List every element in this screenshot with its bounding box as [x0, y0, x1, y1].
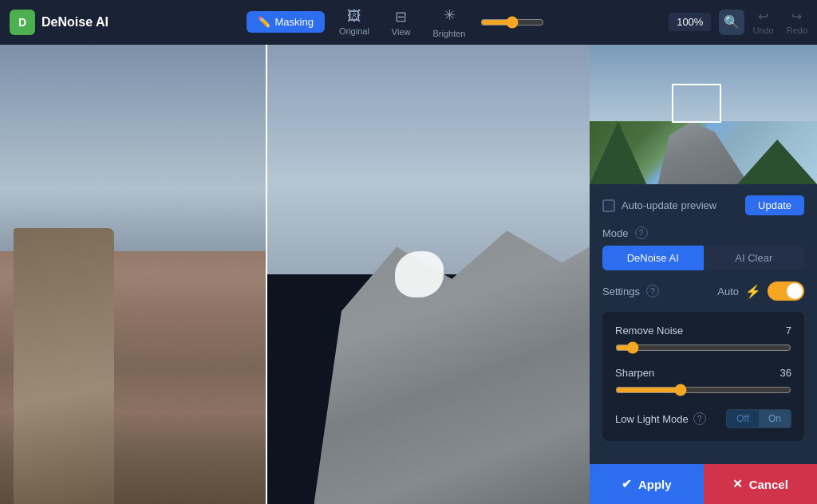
low-light-left: Low Light Mode ?: [615, 412, 706, 425]
mode-label: Mode: [602, 227, 629, 239]
mode-help-icon[interactable]: ?: [635, 226, 648, 239]
settings-row: Settings ? Auto ⚡: [602, 282, 804, 301]
masking-button[interactable]: ✏️ Masking: [247, 11, 325, 33]
cancel-x-icon: ✕: [732, 477, 743, 491]
apply-check-icon: ✔: [622, 477, 632, 491]
action-buttons: ✔ Apply ✕ Cancel: [590, 464, 817, 504]
low-light-row: Low Light Mode ? Off On: [615, 409, 791, 428]
ai-clear-mode-button[interactable]: AI Clear: [704, 246, 805, 270]
cancel-button[interactable]: ✕ Cancel: [704, 464, 818, 504]
mode-buttons: DeNoise AI AI Clear: [602, 246, 804, 270]
header-center: ✏️ Masking 🖼 Original ⊟ View ✳ Brighten: [131, 3, 659, 41]
low-light-help-icon[interactable]: ?: [693, 412, 706, 425]
remove-noise-slider[interactable]: [615, 341, 791, 354]
denoised-panel: [266, 45, 590, 504]
sliders-section: Remove Noise 7 Sharpen 36 Low: [602, 312, 804, 441]
low-light-toggle: Off On: [726, 409, 791, 428]
original-panel: [0, 45, 266, 504]
settings-label: Settings: [602, 285, 640, 297]
undo-icon: ↩: [758, 9, 768, 24]
view-icon: ⊟: [395, 8, 407, 26]
mountain-snow: [395, 251, 444, 297]
auto-update-row: Auto-update preview Update: [602, 195, 804, 215]
mode-row: Mode ?: [602, 226, 804, 239]
preview-trees-left: [590, 121, 646, 184]
masking-icon: ✏️: [258, 16, 270, 28]
lightning-icon: ⚡: [745, 284, 761, 299]
preview-focus-box: [672, 84, 722, 123]
redo-button[interactable]: ↪ Redo: [787, 9, 807, 35]
sharpen-slider[interactable]: [615, 384, 791, 396]
header-right: 100% 🔍 ↩ Undo ↪ Redo: [669, 9, 807, 35]
redo-icon: ↪: [791, 9, 802, 24]
sky-right: [266, 45, 590, 274]
remove-noise-value: 7: [786, 325, 791, 337]
auto-label: Auto: [717, 285, 739, 297]
auto-update-label: Auto-update preview: [622, 199, 716, 211]
view-tool[interactable]: ⊟ View: [384, 5, 419, 40]
sidebar: Auto-update preview Update Mode ? DeNois…: [590, 45, 817, 504]
low-light-off-button[interactable]: Off: [727, 410, 759, 427]
main-content: Auto-update preview Update Mode ? DeNois…: [0, 45, 817, 504]
controls-panel: Auto-update preview Update Mode ? DeNois…: [590, 184, 817, 452]
update-button[interactable]: Update: [745, 195, 804, 215]
brighten-tool[interactable]: ✳ Brighten: [425, 3, 474, 41]
sharpen-header: Sharpen 36: [615, 367, 791, 379]
undo-button[interactable]: ↩ Undo: [752, 9, 773, 35]
auto-update-checkbox[interactable]: [602, 199, 615, 212]
header: D DeNoise AI ✏️ Masking 🖼 Original ⊟ Vie…: [0, 0, 817, 45]
split-divider: [266, 45, 267, 504]
sharpen-row: Sharpen 36: [615, 367, 791, 396]
logo-area: D DeNoise AI: [10, 10, 109, 35]
auto-update-left: Auto-update preview: [602, 199, 716, 212]
original-icon: 🖼: [347, 8, 361, 25]
settings-left: Settings ?: [602, 285, 659, 297]
low-light-label: Low Light Mode: [615, 413, 689, 425]
remove-noise-row: Remove Noise 7: [615, 325, 791, 354]
brighten-icon: ✳: [444, 6, 456, 24]
settings-right: Auto ⚡: [717, 282, 804, 301]
settings-help-icon[interactable]: ?: [646, 285, 659, 297]
apply-button[interactable]: ✔ Apply: [590, 464, 704, 504]
remove-noise-label: Remove Noise: [615, 325, 683, 337]
sharpen-label: Sharpen: [615, 367, 654, 379]
preview-trees-right: [737, 128, 817, 184]
canvas-area[interactable]: [0, 45, 590, 504]
app-name: DeNoise AI: [41, 15, 109, 30]
preview-mountain: [635, 115, 749, 185]
denoise-ai-mode-button[interactable]: DeNoise AI: [602, 246, 704, 270]
low-light-on-button[interactable]: On: [759, 410, 791, 427]
sharpen-value: 36: [780, 367, 791, 379]
mode-section: Mode ? DeNoise AI AI Clear: [602, 226, 804, 270]
noise-overlay: [0, 45, 266, 504]
app-logo-icon: D: [10, 10, 35, 35]
remove-noise-header: Remove Noise 7: [615, 325, 791, 337]
undo-redo-group: ↩ Undo ↪ Redo: [752, 9, 807, 35]
brightness-slider[interactable]: [480, 16, 544, 29]
preview-thumbnail: [590, 45, 817, 184]
original-tool[interactable]: 🖼 Original: [331, 5, 377, 39]
zoom-display: 100%: [669, 13, 711, 31]
zoom-fit-button[interactable]: 🔍: [719, 10, 744, 35]
auto-toggle[interactable]: [768, 282, 804, 301]
